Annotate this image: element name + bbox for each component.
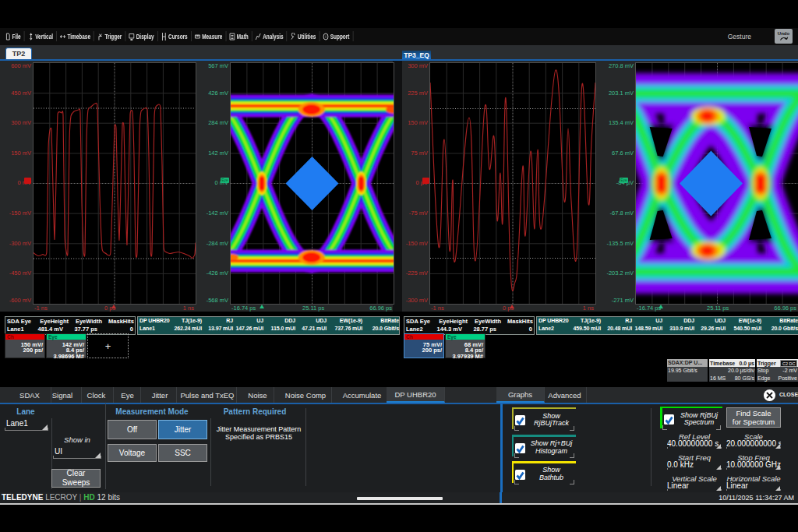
svg-text:i: i — [326, 33, 327, 39]
